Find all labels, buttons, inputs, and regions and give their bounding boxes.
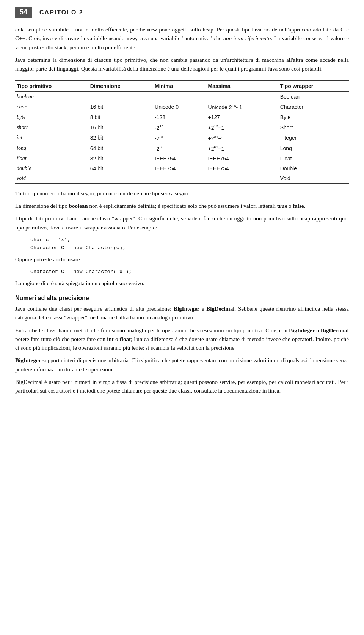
cell-dim: 16 bit	[89, 122, 153, 133]
section-heading: Numeri ad alta precisione	[15, 295, 349, 302]
table-row: float 32 bit IEEE754 IEEE754 Float	[15, 154, 349, 163]
table-row: void — — — Void	[15, 173, 349, 184]
col-header-minima: Minima	[153, 80, 206, 92]
table-header: Tipo primitivo Dimensione Minima Massima…	[15, 80, 349, 92]
cell-wrapper: Boolean	[279, 92, 349, 102]
after-table-para-2: La dimensione del tipo boolean non è esp…	[15, 202, 349, 211]
cell-type: float	[15, 154, 89, 163]
page: 54 Capitolo 2 cola semplice variabile – …	[0, 0, 364, 635]
cell-min: IEEE754	[153, 154, 206, 163]
cell-min: -263	[153, 143, 206, 154]
cell-dim: 16 bit	[89, 102, 153, 112]
primitives-table: Tipo primitivo Dimensione Minima Massima…	[15, 80, 349, 184]
col-header-tipo-primitivo: Tipo primitivo	[15, 80, 89, 92]
cell-max: IEEE754	[206, 163, 278, 173]
cell-max: +263−1	[206, 143, 278, 154]
section-para-1: Java contiene due classi per eseguire ar…	[15, 305, 349, 322]
cell-min: IEEE754	[153, 163, 206, 173]
cell-min: -215	[153, 122, 206, 133]
cell-max: Unicode 216- 1	[206, 102, 278, 112]
section-para-3: BigInteger supporta interi di precisione…	[15, 356, 349, 374]
code-block-2: Character C = new Character('x');	[30, 268, 349, 276]
cell-wrapper: Integer	[279, 133, 349, 143]
cell-type: byte	[15, 112, 89, 122]
col-header-tipo-wrapper: Tipo wrapper	[279, 80, 349, 92]
cell-max: +231−1	[206, 133, 278, 143]
table-row: long 64 bit -263 +263−1 Long	[15, 143, 349, 154]
after-table-para-3: I tipi di dati primitivi hanno anche cla…	[15, 214, 349, 232]
page-number: 54	[15, 7, 32, 18]
main-content: cola semplice variabile – non è molto ef…	[0, 22, 364, 407]
table-row: boolean — — — Boolean	[15, 92, 349, 102]
table-header-row: Tipo primitivo Dimensione Minima Massima…	[15, 80, 349, 92]
cell-dim: 32 bit	[89, 133, 153, 143]
paragraph-1: cola semplice variabile – non è molto ef…	[15, 25, 349, 52]
table-body: boolean — — — Boolean char 16 bit Unicod…	[15, 92, 349, 184]
after-table-para-1: Tutti i tipi numerici hanno il segno, pe…	[15, 189, 349, 198]
table-row: double 64 bit IEEE754 IEEE754 Double	[15, 163, 349, 173]
cell-dim: 8 bit	[89, 112, 153, 122]
cell-type: double	[15, 163, 89, 173]
section-para-2: Entrambe le classi hanno metodi che forn…	[15, 326, 349, 353]
chapter-title: Capitolo 2	[39, 9, 83, 16]
cell-type: short	[15, 122, 89, 133]
table-row: int 32 bit -231 +231−1 Integer	[15, 133, 349, 143]
cell-wrapper: Byte	[279, 112, 349, 122]
cell-wrapper: Character	[279, 102, 349, 112]
cell-wrapper: Double	[279, 163, 349, 173]
cell-dim: 64 bit	[89, 143, 153, 154]
cell-max: IEEE754	[206, 154, 278, 163]
cell-min: —	[153, 92, 206, 102]
col-header-dimensione: Dimensione	[89, 80, 153, 92]
after-code-text: La ragione di ciò sarà spiegata in un ca…	[15, 279, 349, 288]
middle-text: Oppure potreste anche usare:	[15, 255, 349, 264]
cell-wrapper: Short	[279, 122, 349, 133]
section-para-4: BigDecimal è usato per i numeri in virgo…	[15, 378, 349, 396]
cell-min: Unicode 0	[153, 102, 206, 112]
cell-type: boolean	[15, 92, 89, 102]
cell-wrapper: Float	[279, 154, 349, 163]
cell-type: long	[15, 143, 89, 154]
cell-min: -128	[153, 112, 206, 122]
cell-min: —	[153, 173, 206, 184]
cell-dim: —	[89, 92, 153, 102]
cell-max: +127	[206, 112, 278, 122]
cell-type: int	[15, 133, 89, 143]
cell-dim: —	[89, 173, 153, 184]
table-row: char 16 bit Unicode 0 Unicode 216- 1 Cha…	[15, 102, 349, 112]
col-header-massima: Massima	[206, 80, 278, 92]
paragraph-2: Java determina la dimensione di ciascun …	[15, 56, 349, 74]
cell-wrapper: Void	[279, 173, 349, 184]
cell-type: char	[15, 102, 89, 112]
cell-dim: 64 bit	[89, 163, 153, 173]
cell-min: -231	[153, 133, 206, 143]
cell-wrapper: Long	[279, 143, 349, 154]
page-header: 54 Capitolo 2	[0, 0, 364, 22]
cell-type: void	[15, 173, 89, 184]
table-row: byte 8 bit -128 +127 Byte	[15, 112, 349, 122]
code-block-1: char c = 'x'; Character C = new Characte…	[30, 236, 349, 252]
cell-dim: 32 bit	[89, 154, 153, 163]
cell-max: —	[206, 173, 278, 184]
cell-max: —	[206, 92, 278, 102]
table-row: short 16 bit -215 +215−1 Short	[15, 122, 349, 133]
cell-max: +215−1	[206, 122, 278, 133]
